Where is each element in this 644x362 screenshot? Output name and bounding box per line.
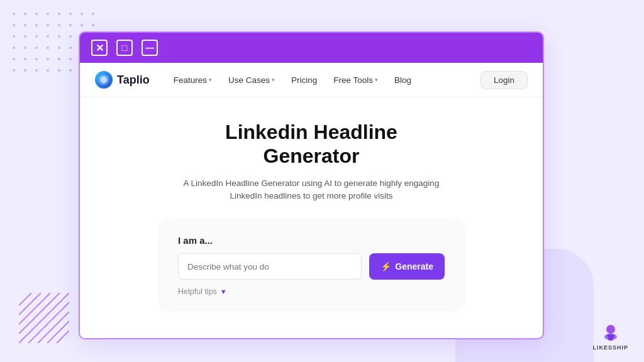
svg-line-2 [19, 293, 50, 324]
page-title-line2: Generator [264, 145, 360, 167]
svg-line-0 [19, 293, 69, 343]
svg-point-9 [606, 325, 615, 334]
page-subtitle: A LinkedIn Headline Generator using AI t… [179, 177, 443, 203]
minimize-button[interactable]: — [142, 40, 158, 56]
nav-pricing[interactable]: Pricing [285, 72, 323, 89]
generate-button[interactable]: ⚡ Generate [369, 253, 445, 280]
nav-free-tools[interactable]: Free Tools ▾ [327, 72, 384, 89]
logo-text: Taplio [117, 74, 150, 87]
nav-features[interactable]: Features ▾ [167, 72, 218, 89]
likesship-icon [601, 323, 621, 343]
nav-use-cases[interactable]: Use Cases ▾ [222, 72, 281, 89]
nav-blog-label: Blog [394, 75, 411, 85]
chevron-down-icon: ▾ [209, 77, 212, 83]
chevron-down-icon: ▾ [272, 77, 275, 83]
likesship-text: LIKESSHIP [592, 344, 628, 351]
nav-use-cases-label: Use Cases [228, 75, 270, 85]
diagonal-lines-decoration [19, 293, 69, 343]
maximize-button[interactable]: □ [116, 40, 133, 56]
nav-links: Features ▾ Use Cases ▾ Pricing Free Tool… [167, 72, 480, 89]
title-bar: ✕ □ — [80, 33, 543, 63]
nav-features-label: Features [174, 75, 207, 85]
page-title-line1: Linkedin Headline [225, 121, 397, 143]
close-button[interactable]: ✕ [91, 40, 108, 56]
svg-line-7 [47, 321, 69, 343]
describe-input[interactable] [178, 253, 362, 280]
browser-window: ✕ □ — Taplio Features ▾ Use Cases ▾ [79, 31, 544, 339]
nav-free-tools-label: Free Tools [333, 75, 373, 85]
input-row: ⚡ Generate [178, 253, 445, 280]
lightning-icon: ⚡ [380, 261, 391, 272]
login-button[interactable]: Login [480, 71, 528, 89]
chevron-down-icon: ▾ [375, 77, 378, 83]
svg-line-6 [38, 312, 69, 343]
helpful-tips-label: Helpful tips [178, 287, 217, 296]
main-content: Linkedin Headline Generator A LinkedIn H… [80, 97, 543, 324]
nav-pricing-label: Pricing [291, 75, 317, 85]
svg-line-3 [19, 293, 41, 315]
dropdown-arrow-icon: ▼ [220, 288, 227, 295]
nav-blog[interactable]: Blog [388, 72, 418, 89]
navbar: Taplio Features ▾ Use Cases ▾ Pricing Fr… [80, 63, 543, 97]
logo-icon [95, 71, 113, 89]
svg-point-13 [101, 77, 107, 83]
page-title: Linkedin Headline Generator [225, 120, 397, 168]
generate-button-label: Generate [395, 261, 433, 272]
helpful-tips[interactable]: Helpful tips ▼ [178, 287, 445, 296]
form-label: I am a... [178, 235, 445, 246]
logo[interactable]: Taplio [95, 71, 150, 89]
form-card: I am a... ⚡ Generate Helpful tips ▼ [160, 220, 462, 309]
likesship-logo: LIKESSHIP [592, 323, 628, 351]
